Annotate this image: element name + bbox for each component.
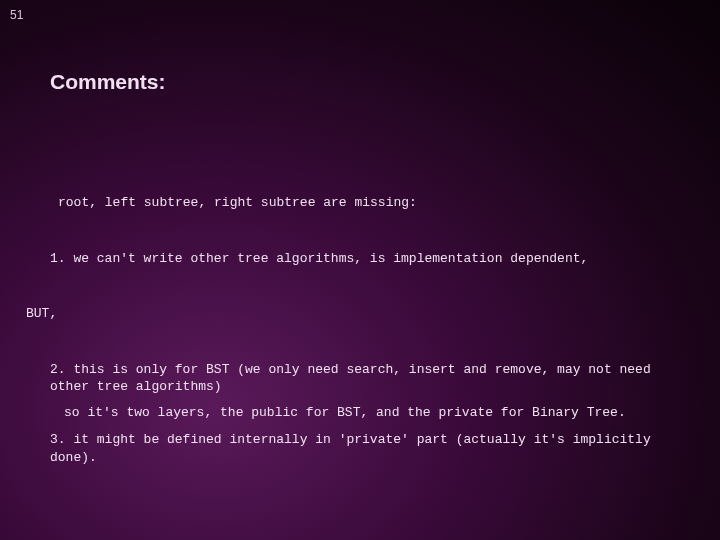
text-but: BUT,	[26, 305, 670, 323]
text-point2: 2. this is only for BST (we only need se…	[50, 361, 670, 396]
text-point3: 3. it might be defined internally in 'pr…	[50, 431, 670, 466]
text-missing: root, left subtree, right subtree are mi…	[58, 194, 670, 212]
slide-content: Comments: root, left subtree, right subt…	[0, 0, 720, 486]
slide-heading: Comments:	[50, 70, 670, 94]
slide-number: 51	[10, 8, 23, 22]
text-point1: 1. we can't write other tree algorithms,…	[50, 250, 670, 268]
text-so: so it's two layers, the public for BST, …	[64, 404, 670, 422]
